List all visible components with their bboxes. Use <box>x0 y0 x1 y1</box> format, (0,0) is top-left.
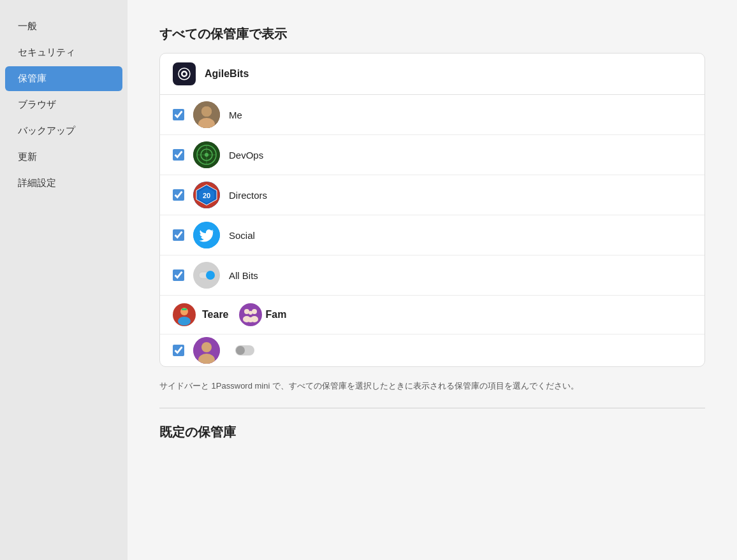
vault-checkbox-me[interactable] <box>173 109 184 120</box>
svg-point-27 <box>252 309 257 314</box>
sidebar-item-browser[interactable]: ブラウザ <box>5 92 122 117</box>
vault-checkbox-devops[interactable] <box>173 149 184 161</box>
svg-point-20 <box>206 271 215 280</box>
vault-checkbox-partial[interactable] <box>173 345 184 356</box>
vault-avatar-devops <box>193 141 220 168</box>
svg-rect-23 <box>182 308 187 310</box>
vault-label-directors: Directors <box>229 190 267 201</box>
vault-row-directors: 20 Directors <box>160 175 704 215</box>
description-text: サイドバーと 1Password mini で、すべての保管庫を選択したときに表… <box>159 380 705 392</box>
section-title: すべての保管庫で表示 <box>159 25 705 43</box>
vault-label-allbits: All Bits <box>229 270 258 281</box>
vaults-container: AgileBits Me <box>159 53 705 367</box>
svg-point-31 <box>247 317 254 322</box>
default-vault-title: 既定の保管庫 <box>159 424 705 441</box>
vault-avatar-me <box>193 101 220 128</box>
vault-avatar-partial <box>193 337 220 364</box>
sidebar-item-backup[interactable]: バックアップ <box>5 118 122 143</box>
teare-icon <box>173 303 196 326</box>
svg-point-2 <box>183 73 186 76</box>
svg-point-36 <box>236 346 245 355</box>
vault-avatar-allbits <box>193 262 220 289</box>
main-content: すべての保管庫で表示 AgileBits <box>128 0 737 560</box>
svg-point-24 <box>178 317 191 326</box>
vault-label-devops: DevOps <box>229 150 263 161</box>
vault-row-partial <box>160 334 704 366</box>
sidebar-item-advanced[interactable]: 詳細設定 <box>5 171 122 196</box>
sidebar: 一般 セキュリティ 保管庫 ブラウザ バックアップ 更新 詳細設定 <box>0 0 128 560</box>
svg-point-26 <box>244 309 249 314</box>
svg-point-28 <box>249 311 252 315</box>
agilebits-group-name: AgileBits <box>205 68 249 80</box>
svg-point-6 <box>201 106 212 117</box>
agilebits-group-header: AgileBits <box>160 54 704 95</box>
svg-text:20: 20 <box>203 192 210 199</box>
sidebar-item-security[interactable]: セキュリティ <box>5 40 122 65</box>
vault-checkbox-directors[interactable] <box>173 189 184 201</box>
vault-row-me: Me <box>160 95 704 135</box>
teare-group-name: Teare <box>202 309 229 320</box>
section-divider <box>159 408 705 408</box>
sidebar-item-general[interactable]: 一般 <box>5 14 122 39</box>
vault-avatar-directors: 20 <box>193 182 220 208</box>
svg-point-33 <box>201 342 212 352</box>
vault-avatar-social <box>193 222 220 248</box>
vault-label-me: Me <box>229 110 242 120</box>
vault-checkbox-social[interactable] <box>173 229 184 241</box>
team-row: Teare Fam <box>160 296 704 334</box>
sidebar-item-update[interactable]: 更新 <box>5 145 122 169</box>
vault-checkbox-allbits[interactable] <box>173 269 184 281</box>
agilebits-icon <box>173 62 196 85</box>
fam-icon <box>239 303 262 326</box>
vault-row-social: Social <box>160 215 704 255</box>
vault-row-devops: DevOps <box>160 135 704 175</box>
vault-row-allbits: All Bits <box>160 255 704 296</box>
sidebar-item-vaults[interactable]: 保管庫 <box>5 66 122 91</box>
vault-label-social: Social <box>229 230 255 241</box>
fam-group-name: Fam <box>266 309 287 320</box>
